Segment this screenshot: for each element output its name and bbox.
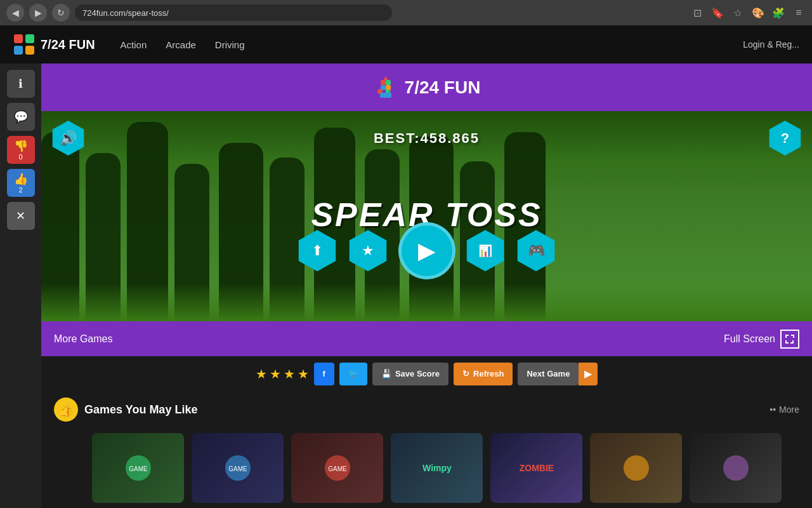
gamepad-button[interactable]: 🎮 [516, 230, 557, 271]
game-header-logo-text: 7/24 FUN [405, 77, 481, 98]
sound-button[interactable]: 🔊 [51, 121, 86, 156]
fullscreen-label: Full Screen [724, 333, 775, 345]
comment-button[interactable]: 💬 [7, 103, 35, 131]
best-score: BEST:458.865 [374, 130, 480, 147]
star-1: ★ [256, 366, 267, 382]
leaderboard-icon: 📊 [478, 244, 492, 258]
login-button[interactable]: Login & Reg... [743, 39, 799, 50]
game-thumb-6[interactable] [590, 433, 682, 503]
game-header-bar: 7/24 FUN [41, 64, 812, 111]
facebook-button[interactable]: f [314, 363, 334, 385]
back-button[interactable]: ◀ [6, 4, 24, 22]
star-icon: ★ [362, 243, 374, 259]
star-2: ★ [270, 366, 281, 382]
next-game-arrow[interactable]: ▶ [579, 363, 598, 385]
bookmark-icon[interactable]: 🔖 [710, 6, 724, 20]
svg-rect-11 [380, 93, 391, 98]
address-bar[interactable]: 724fun.com/spear-toss/ [75, 4, 392, 21]
info-button[interactable]: ℹ [7, 70, 35, 98]
help-button[interactable]: ? [768, 121, 802, 156]
twitter-button[interactable]: 🐦 [339, 363, 367, 385]
left-sidebar: ℹ 💬 👎 0 👍 2 ✕ [0, 64, 41, 508]
thumb-img-6 [611, 449, 662, 487]
star-3: ★ [284, 366, 295, 382]
star-rating[interactable]: ★ ★ ★ ★ [256, 366, 309, 382]
main-content: ℹ 💬 👎 0 👍 2 ✕ [0, 64, 812, 508]
more-label: More [779, 404, 799, 415]
svg-rect-1 [25, 34, 34, 43]
dislike-count: 0 [18, 153, 22, 161]
address-text: 724fun.com/spear-toss/ [82, 8, 169, 18]
puzzle-icon[interactable]: 🧩 [771, 6, 785, 20]
game-thumb-5[interactable]: ZOMBIE [490, 433, 582, 503]
thumb-img-3: GAME [312, 449, 363, 487]
svg-text:ZOMBIE: ZOMBIE [519, 463, 553, 473]
save-score-button[interactable]: 💾 Save Score [372, 363, 449, 385]
refresh-label: Refresh [473, 369, 504, 378]
forward-button[interactable]: ▶ [29, 4, 47, 22]
menu-icon[interactable]: ≡ [792, 6, 806, 20]
game-instance-front: 🔊 BEST:458.865 ? SPEAR TOSS ⬆ [41, 111, 812, 321]
game-frame-wrapper[interactable]: 🔊 BEST SPEA... ⬆ ★ ▶ [41, 111, 812, 321]
game-bottom-bar: More Games Full Screen [41, 321, 812, 356]
next-game-label: Next Game [527, 369, 570, 378]
help-icon: ? [781, 130, 789, 147]
svg-point-20 [624, 455, 649, 481]
nav-action[interactable]: Action [121, 36, 147, 53]
save-score-label: Save Score [395, 369, 440, 378]
star-4: ★ [298, 366, 309, 382]
facebook-icon: f [323, 369, 325, 378]
site-nav: Action Arcade Driving [121, 36, 245, 53]
game-thumb-7[interactable] [690, 433, 782, 503]
like-icon: 👍 [14, 172, 28, 186]
games-section-title: Games You May Like [84, 403, 197, 417]
close-icon: ✕ [16, 209, 25, 223]
comment-icon: 💬 [14, 110, 28, 124]
game-ui-top: 🔊 BEST:458.865 ? [51, 121, 802, 156]
more-button[interactable]: •• More [769, 404, 799, 415]
game-thumb-3[interactable]: GAME [291, 433, 383, 503]
game-thumb-4[interactable]: Wimpy [391, 433, 483, 503]
screen-capture-icon[interactable]: ⊡ [690, 6, 704, 20]
site-logo[interactable]: 7/24 FUN [13, 33, 95, 56]
more-games-button[interactable]: More Games [54, 333, 112, 345]
share-button[interactable]: ⬆ [297, 230, 338, 271]
refresh-icon: ↻ [462, 369, 469, 378]
action-toolbar: ★ ★ ★ ★ f 🐦 💾 Save Score ↻ Refresh Ne [41, 356, 812, 391]
favorite-button[interactable]: ★ [348, 230, 389, 271]
color-icon[interactable]: 🎨 [751, 6, 765, 20]
logo-text: 7/24 FUN [41, 37, 95, 52]
leaderboard-button[interactable]: 📊 [465, 230, 506, 271]
nav-arcade[interactable]: Arcade [166, 36, 196, 53]
svg-rect-3 [25, 46, 34, 55]
share-icon: ⬆ [311, 243, 323, 259]
browser-icons: ⊡ 🔖 ☆ 🎨 🧩 ≡ [690, 6, 806, 20]
fullscreen-button[interactable]: Full Screen [724, 330, 799, 349]
svg-rect-0 [14, 34, 23, 43]
dislike-icon: 👎 [14, 139, 28, 153]
svg-text:GAME: GAME [228, 465, 247, 472]
refresh-button[interactable]: ↻ [52, 4, 70, 22]
more-dots-icon: •• [769, 404, 776, 415]
nav-driving[interactable]: Driving [215, 36, 245, 53]
thumb-img-4: Wimpy [412, 449, 462, 487]
game-thumb-1[interactable]: GAME [92, 433, 184, 503]
sound-icon: 🔊 [60, 130, 77, 147]
close-button[interactable]: ✕ [7, 202, 35, 230]
next-arrow-icon: ▶ [584, 368, 592, 380]
save-score-icon: 💾 [381, 369, 391, 378]
info-icon: ℹ [18, 77, 23, 91]
games-row: GAME GAME GAME [41, 428, 812, 508]
games-thumb-icon: 👍 [54, 398, 78, 422]
thumb-img-5: ZOMBIE [511, 449, 562, 487]
game-thumb-2[interactable]: GAME [192, 433, 284, 503]
refresh-button[interactable]: ↻ Refresh [454, 363, 513, 385]
game-center-buttons: ⬆ ★ ▶ 📊 🎮 [297, 222, 557, 279]
next-game-button[interactable]: Next Game [518, 363, 579, 385]
dislike-button[interactable]: 👎 0 [7, 136, 35, 164]
star-bookmark-icon[interactable]: ☆ [731, 6, 745, 20]
svg-rect-5 [381, 80, 386, 85]
like-button[interactable]: 👍 2 [7, 169, 35, 197]
play-button[interactable]: ▶ [398, 222, 455, 279]
like-count: 2 [18, 186, 22, 194]
